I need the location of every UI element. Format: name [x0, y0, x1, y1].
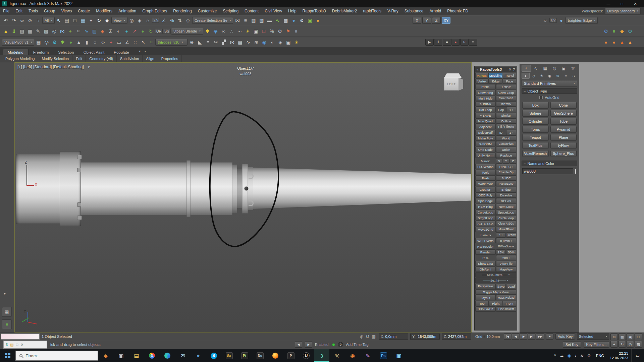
next-frame-icon[interactable]: ▶|: [528, 334, 535, 340]
axis-cross-icon[interactable]: +: [107, 39, 115, 46]
menu-item[interactable]: Rendering: [170, 7, 195, 15]
start-button[interactable]: [0, 349, 15, 362]
schematic-view-icon[interactable]: ▩: [282, 17, 289, 24]
maximize-viewport-icon[interactable]: ▩: [635, 341, 642, 348]
viewport-layout-tab-icon[interactable]: ▦: [2, 307, 12, 317]
go-to-start-icon[interactable]: |◀: [504, 334, 511, 340]
rt-button[interactable]: 1: [506, 107, 516, 112]
rt-button[interactable]: Make Poly: [475, 135, 496, 141]
rt-button[interactable]: CenterPivot: [496, 141, 517, 146]
visualpivot-dropdown[interactable]: VisualPivot_v1: [2, 39, 34, 46]
camera-view-icon[interactable]: ▣: [284, 39, 292, 46]
selection-filter-dropdown[interactable]: All: [42, 17, 55, 24]
align-icon[interactable]: ≡: [241, 17, 249, 24]
ring-primitive-icon[interactable]: ○: [91, 39, 99, 46]
maxscript-mini-listener[interactable]: [1, 334, 40, 340]
rendered-frame-icon[interactable]: ▣: [306, 17, 314, 24]
skype-icon[interactable]: S: [206, 349, 221, 362]
rt-button[interactable]: Show Last: [475, 261, 496, 266]
rt-button[interactable]: PlanarLoop: [496, 181, 517, 186]
rt-button[interactable]: CreateP: [475, 187, 496, 192]
rt-button[interactable]: SHRINK: [475, 101, 496, 107]
menu-item[interactable]: Content: [241, 7, 262, 15]
menu-item[interactable]: Create: [75, 7, 93, 15]
rt-button[interactable]: + SAVE: [475, 113, 496, 118]
toggle-layer-explorer-icon[interactable]: ▧: [258, 17, 265, 24]
select-and-rotate-icon[interactable]: ↻: [95, 17, 103, 24]
primitive-button[interactable]: TextPlus: [522, 142, 549, 149]
rt-button[interactable]: 0,0mm: [496, 238, 517, 243]
primitive-button[interactable]: tyFlow: [550, 142, 577, 149]
rt-button[interactable]: StrghtLoop: [475, 215, 496, 221]
zoom-region-icon[interactable]: □: [635, 334, 642, 340]
menu-item[interactable]: Phoenix FD: [444, 7, 471, 15]
rt-button[interactable]: -----Sele...mera-----: [475, 272, 516, 278]
menu-item[interactable]: rapidTools: [360, 7, 384, 15]
key-filters-button[interactable]: Key Filters...: [584, 342, 609, 348]
list-icon[interactable]: ≡: [469, 39, 477, 46]
teapot-orange-icon-2[interactable]: ●: [610, 39, 618, 46]
rt-button[interactable]: Tools: [475, 170, 496, 175]
axis-z-button[interactable]: Z: [432, 17, 441, 24]
rt-button[interactable]: Modeling: [489, 73, 502, 78]
loop-icon[interactable]: ↻: [460, 39, 469, 46]
cone-primitive-icon[interactable]: ▲: [75, 39, 83, 46]
material-editor-icon[interactable]: ●: [290, 17, 298, 24]
menu-item[interactable]: Civil View: [262, 7, 285, 15]
object-type-rollout[interactable]: Object Type: [522, 88, 577, 94]
photoshop-icon[interactable]: Ps: [376, 349, 391, 362]
primitive-button[interactable]: Teapot: [522, 134, 549, 141]
primitives-dropdown[interactable]: Standard Primitives: [522, 80, 577, 86]
rt-button[interactable]: Vertex: [475, 78, 489, 84]
security-icon[interactable]: ◉: [567, 353, 571, 358]
taskbar-search[interactable]: Поиск: [15, 351, 98, 361]
ellipsis-icon[interactable]: ⋯: [236, 27, 244, 35]
light-tool-icon[interactable]: ☀: [292, 39, 300, 46]
blue-gear-icon[interactable]: ⚙: [602, 27, 610, 35]
file-explorer-icon[interactable]: ▤: [129, 349, 144, 362]
helpers-category-icon[interactable]: ⊕: [554, 73, 561, 79]
unreal-engine-icon[interactable]: U: [299, 349, 314, 362]
notifications-icon[interactable]: ▭: [631, 349, 644, 362]
noise-icon[interactable]: ∿: [244, 39, 252, 46]
green-cube-icon[interactable]: ■: [610, 27, 618, 35]
hatch-icon[interactable]: ▞: [220, 39, 228, 46]
spline-tool-icon[interactable]: ∿: [83, 27, 90, 35]
rt-button[interactable]: Similar: [496, 113, 517, 118]
expand-panel-icon[interactable]: ▸: [4, 291, 6, 296]
rt-button[interactable]: X: [496, 158, 502, 164]
rt-button[interactable]: SelectHalf: [475, 130, 496, 135]
rt-button[interactable]: Various: [475, 73, 489, 78]
lights-category-icon[interactable]: ☀: [538, 73, 545, 79]
shapes-category-icon[interactable]: ◇: [530, 73, 538, 79]
toolbox-app-icon[interactable]: ⚒: [329, 349, 345, 362]
rt-button[interactable]: ID: [496, 130, 506, 135]
toggle-ribbon-icon[interactable]: ▬: [266, 17, 273, 24]
workspace-dropdown[interactable]: Design Standard: [605, 8, 641, 14]
display-app-icon[interactable]: ▣: [391, 349, 407, 362]
substance-painter-icon[interactable]: Pt: [237, 349, 252, 362]
smooth-icon[interactable]: ≈: [147, 39, 155, 46]
gear-tool-icon[interactable]: ⚙: [276, 27, 284, 35]
primitive-button[interactable]: VoxelRemesh: [522, 150, 549, 157]
minimize-button[interactable]: —: [602, 0, 615, 7]
rt-button[interactable]: GEO Poly: [475, 192, 496, 198]
bevel-corner-icon[interactable]: ◣: [196, 39, 204, 46]
mail-icon[interactable]: ✉: [175, 349, 191, 362]
rt-button[interactable]: Fill / FillHole: [496, 124, 517, 129]
sg-tool-icon[interactable]: SG: [163, 27, 171, 35]
percent-tool-icon[interactable]: %: [268, 27, 276, 35]
current-frame-indicator[interactable]: 0: [338, 342, 343, 347]
rt-button[interactable]: Gap: [496, 107, 506, 112]
rt-button[interactable]: Move2Grid: [475, 227, 496, 232]
rt-button[interactable]: Unify Norm: [475, 153, 496, 158]
teal-settings-icon[interactable]: ⚙: [51, 39, 58, 46]
play-animation-icon[interactable]: ▶: [425, 39, 434, 46]
rt-button[interactable]: Save: [496, 284, 506, 289]
name-color-rollout[interactable]: Name and Color: [522, 161, 577, 166]
rt-button[interactable]: 1: [506, 130, 516, 135]
rt-button[interactable]: Dissolve: [496, 192, 517, 198]
angle-snap-icon[interactable]: ∠: [160, 17, 168, 24]
mirror-icon[interactable]: ⋈: [233, 17, 241, 24]
rt-button[interactable]: Front: [503, 301, 516, 306]
